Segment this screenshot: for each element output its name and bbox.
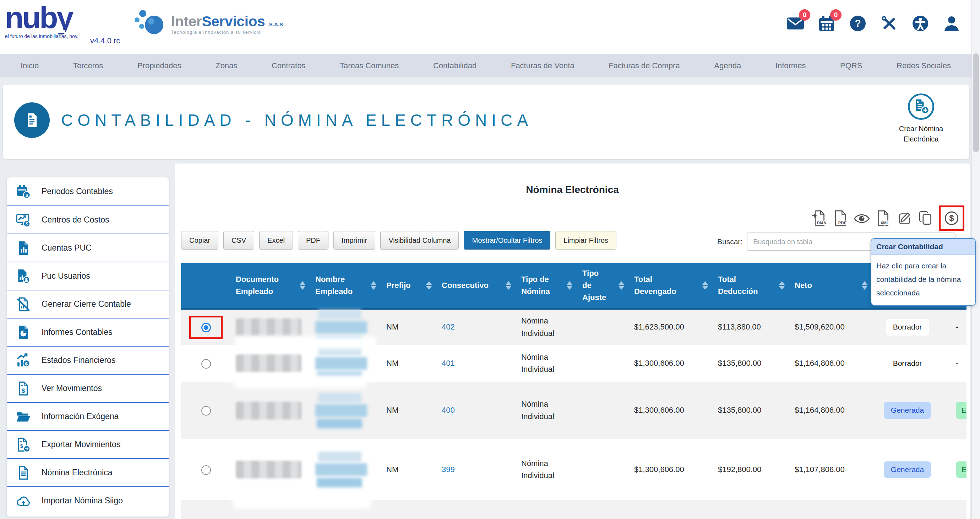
imprimir-button[interactable]: Imprimir [333,231,375,249]
visibilidad-columna-button[interactable]: Visibilidad Columna [380,231,459,249]
column-header-prefijo[interactable]: Prefijo [381,263,437,308]
redacted-documento [236,318,301,336]
sidebar-item-label: Información Exógena [41,412,119,421]
svg-text:$: $ [25,361,28,366]
sidebar-item-informaci-n-ex-gena[interactable]: Información Exógena [7,402,169,430]
create-contabilidad-highlight: $ [939,206,964,231]
redacted-nombre [315,310,369,345]
nav-item-redes-sociales[interactable]: Redes Sociales [897,61,951,70]
user-icon[interactable] [942,14,961,33]
search-label: Buscar: [717,238,743,246]
sidebar-item-ver-movimientos[interactable]: $Ver Movimientos [7,374,169,402]
nav-item-agenda[interactable]: Agenda [714,61,741,70]
edit-icon[interactable] [896,209,913,227]
column-header-tipo-de-ajuste[interactable]: Tipo de Ajuste [578,263,629,308]
nav-item-contabilidad[interactable]: Contabilidad [433,61,477,70]
sidebar-item-estados-financieros[interactable]: $Estados Financieros [7,346,169,374]
money-circle-icon[interactable]: $ [943,209,960,227]
sidebar-item-cuentas-puc[interactable]: Cuentas PUC [7,233,169,262]
mail-badge: 0 [799,9,810,21]
consecutivo-link[interactable]: 400 [442,406,455,415]
pdf-file-icon[interactable]: PDF [832,209,849,227]
mail-icon[interactable]: 0 [786,14,805,33]
file-dollar-icon: $ [16,381,31,396]
copy-icon[interactable] [918,209,934,227]
column-header-nombre-empleado[interactable]: Nombre Empleado [310,263,381,308]
redacted-documento [236,461,301,479]
neto-value: $1,164,806.00 [795,359,845,367]
sidebar-item-centros-de-costos[interactable]: $Centros de Costos [7,206,169,233]
help-icon[interactable]: ? [849,14,867,33]
main-content: Nómina Electrónica DIAN PDF XML $ Copiar… [175,163,970,519]
sidebar-item-generar-cierre-contable[interactable]: Generar Cierre Contable [7,290,169,318]
svg-text:$: $ [25,222,28,227]
nav-item-facturas-de-venta[interactable]: Facturas de Venta [511,61,574,70]
pdf-button[interactable]: PDF [298,231,328,249]
sort-arrows-icon [779,281,785,290]
excel-button[interactable]: Excel [259,231,293,249]
partner-tagline: Tecnología e Innovación a su servicio [171,29,283,35]
sidebar-item-n-mina-electr-nica[interactable]: Nómina Electrónica [7,458,169,486]
sidebar-item-label: Nómina Electrónica [41,468,112,477]
copiar-button[interactable]: Copiar [181,231,218,249]
eye-icon[interactable] [854,209,870,227]
sidebar-item-puc-usuarios[interactable]: Puc Usuarios [7,262,169,290]
column-header-total-deducción[interactable]: Total Deducción [713,263,790,308]
nav-item-zonas[interactable]: Zonas [216,61,237,70]
nav-item-inicio[interactable]: Inicio [21,61,39,70]
sidebar-item-label: Informes Contables [41,327,112,337]
tools-icon[interactable] [880,14,898,33]
nav-item-terceros[interactable]: Terceros [73,61,103,70]
row-select-radio[interactable] [201,465,211,475]
create-nomina-button[interactable]: Crear Nómina Electrónica [886,93,956,144]
row-select-radio[interactable] [201,323,211,332]
cloud-upload-icon [16,493,31,508]
nav-item-informes[interactable]: Informes [775,61,806,70]
prefijo-value: NM [386,406,398,415]
row-action-icons: DIAN PDF XML $ [811,206,964,231]
calendar-icon[interactable]: 0 [818,14,836,33]
consecutivo-link[interactable]: 402 [442,323,455,331]
sidebar-item-periodos-contables[interactable]: $Periodos Contables [7,177,169,206]
row-select-radio[interactable] [201,359,211,369]
payroll-table-container: Documento EmpleadoNombre EmpleadoPrefijo… [181,263,967,519]
accessibility-icon[interactable] [911,14,929,33]
tipo-nomina-value: Nómina Individual [521,316,554,337]
sort-arrows-icon [619,281,624,290]
nav-item-contratos[interactable]: Contratos [272,61,305,70]
nav-item-propiedades[interactable]: Propiedades [137,61,181,70]
calendar-dollar-icon: $ [16,184,31,199]
column-header-tipo-de-nómina[interactable]: Tipo de Nómina [516,263,578,308]
column-header-documento-empleado[interactable]: Documento Empleado [231,263,310,308]
chart-growth-icon: $ [16,353,31,368]
xml-file-icon[interactable]: XML [875,209,891,227]
dian-export-icon[interactable]: DIAN [811,209,827,227]
app-version: v4.4.0 rc [90,36,120,45]
nav-item-tareas-comunes[interactable]: Tareas Comunes [340,61,399,70]
sidebar-item-importar-n-mina-siigo[interactable]: Importar Nómina Siigo [7,486,169,514]
column-header-total-devengado[interactable]: Total Devengado [629,263,713,308]
sort-arrows-icon [371,281,376,290]
sidebar-item-label: Ver Movimientos [41,383,102,393]
csv-button[interactable]: CSV [223,231,254,249]
row-select-radio[interactable] [201,406,211,415]
consecutivo-link[interactable]: 401 [442,359,455,367]
sidebar-item-exportar-movimientos[interactable]: $Exportar Movimientos [7,430,169,458]
nuby-logo[interactable]: nuby ☁ el futuro de las inmobiliarias, h… [5,2,122,39]
svg-text:XML: XML [881,221,889,225]
mostrar-ocultar-filtros-button[interactable]: Mostrar/Ocultar Filtros [464,231,550,249]
sidebar-item-informes-contables[interactable]: Informes Contables [7,318,169,346]
scrollbar-thumb[interactable] [973,53,979,152]
svg-text:DIAN: DIAN [817,221,827,225]
table-row: NM401Nómina Individual$1,300,606.00$135,… [181,345,967,382]
table-row: NM399Nómina Individual$1,300,606.00$192,… [181,439,967,500]
svg-text:$: $ [20,443,23,449]
dian-value: - [956,359,958,367]
nav-item-facturas-de-compra[interactable]: Facturas de Compra [609,61,680,70]
consecutivo-link[interactable]: 399 [442,465,455,474]
limpiar-filtros-button[interactable]: Limpiar Filtros [555,231,616,249]
total-devengado-value: $1,623,500.00 [634,323,684,331]
column-header-neto[interactable]: Neto [790,263,872,308]
nav-item-pqrs[interactable]: PQRS [840,61,862,70]
column-header-consecutivo[interactable]: Consecutivo [437,263,516,308]
